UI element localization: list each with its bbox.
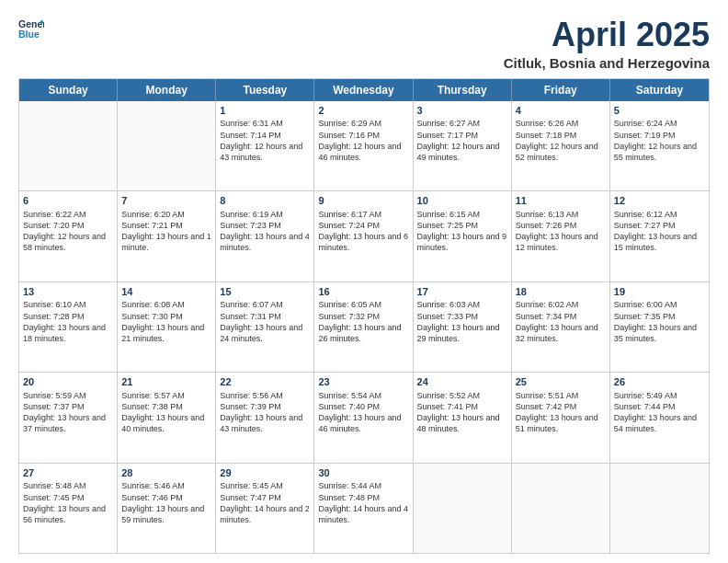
day-number: 28 — [121, 466, 211, 480]
logo-icon: General Blue — [18, 17, 44, 42]
calendar-cell: 25Sunrise: 5:51 AMSunset: 7:42 PMDayligh… — [512, 373, 610, 462]
calendar-cell: 23Sunrise: 5:54 AMSunset: 7:40 PMDayligh… — [314, 373, 413, 462]
sunset: Sunset: 7:34 PM — [516, 311, 606, 322]
calendar-cell: 12Sunrise: 6:12 AMSunset: 7:27 PMDayligh… — [610, 191, 709, 281]
daylight: Daylight: 13 hours and 29 minutes. — [417, 322, 507, 344]
sunrise: Sunrise: 6:03 AM — [417, 299, 507, 310]
daylight: Daylight: 13 hours and 1 minute. — [121, 231, 211, 253]
sunset: Sunset: 7:41 PM — [417, 401, 507, 412]
day-number: 24 — [417, 375, 507, 389]
calendar-cell — [610, 464, 709, 553]
svg-text:Blue: Blue — [18, 29, 40, 40]
day-number: 21 — [121, 375, 211, 389]
sunrise: Sunrise: 5:46 AM — [121, 480, 211, 491]
daylight: Daylight: 13 hours and 6 minutes. — [318, 231, 408, 253]
weekday-header: Thursday — [414, 79, 512, 101]
weekday-header: Tuesday — [216, 79, 314, 101]
day-number: 18 — [516, 285, 606, 299]
calendar-cell: 7Sunrise: 6:20 AMSunset: 7:21 PMDaylight… — [118, 191, 216, 281]
calendar-cell: 1Sunrise: 6:31 AMSunset: 7:14 PMDaylight… — [216, 101, 314, 190]
sunset: Sunset: 7:40 PM — [318, 401, 408, 412]
calendar: SundayMondayTuesdayWednesdayThursdayFrid… — [18, 78, 710, 554]
sunset: Sunset: 7:44 PM — [614, 401, 705, 412]
daylight: Daylight: 12 hours and 43 minutes. — [220, 141, 310, 163]
sunrise: Sunrise: 5:57 AM — [121, 390, 211, 401]
sunset: Sunset: 7:17 PM — [417, 130, 507, 141]
calendar-cell: 29Sunrise: 5:45 AMSunset: 7:47 PMDayligh… — [216, 464, 314, 553]
day-number: 10 — [417, 194, 507, 208]
sunset: Sunset: 7:45 PM — [23, 492, 113, 503]
daylight: Daylight: 13 hours and 32 minutes. — [516, 322, 606, 344]
calendar-cell: 27Sunrise: 5:48 AMSunset: 7:45 PMDayligh… — [19, 464, 118, 553]
daylight: Daylight: 13 hours and 43 minutes. — [220, 412, 310, 434]
calendar-header: SundayMondayTuesdayWednesdayThursdayFrid… — [19, 79, 709, 101]
day-number: 8 — [220, 194, 310, 208]
sunrise: Sunrise: 6:13 AM — [516, 209, 606, 220]
sunrise: Sunrise: 6:19 AM — [220, 209, 310, 220]
daylight: Daylight: 13 hours and 9 minutes. — [417, 231, 507, 253]
daylight: Daylight: 13 hours and 21 minutes. — [121, 322, 211, 344]
calendar-row: 6Sunrise: 6:22 AMSunset: 7:20 PMDaylight… — [19, 191, 709, 282]
sunrise: Sunrise: 6:26 AM — [516, 118, 606, 129]
daylight: Daylight: 13 hours and 56 minutes. — [23, 503, 113, 525]
calendar-cell — [19, 101, 118, 190]
daylight: Daylight: 12 hours and 49 minutes. — [417, 141, 507, 163]
month-title: April 2025 — [504, 17, 710, 53]
sunrise: Sunrise: 5:48 AM — [23, 480, 113, 491]
calendar-cell: 28Sunrise: 5:46 AMSunset: 7:46 PMDayligh… — [118, 464, 216, 553]
day-number: 30 — [318, 466, 408, 480]
calendar-cell: 16Sunrise: 6:05 AMSunset: 7:32 PMDayligh… — [314, 282, 413, 372]
sunrise: Sunrise: 5:56 AM — [220, 390, 310, 401]
daylight: Daylight: 13 hours and 54 minutes. — [614, 412, 705, 434]
daylight: Daylight: 14 hours and 4 minutes. — [318, 503, 408, 525]
daylight: Daylight: 13 hours and 46 minutes. — [318, 412, 408, 434]
day-number: 2 — [318, 104, 408, 118]
daylight: Daylight: 12 hours and 46 minutes. — [318, 141, 408, 163]
title-block: April 2025 Citluk, Bosnia and Herzegovin… — [504, 17, 710, 71]
calendar-cell — [118, 101, 216, 190]
sunset: Sunset: 7:26 PM — [516, 220, 606, 231]
day-number: 25 — [516, 375, 606, 389]
day-number: 20 — [23, 375, 113, 389]
sunrise: Sunrise: 6:05 AM — [318, 299, 408, 310]
weekday-header: Saturday — [610, 79, 709, 101]
sunset: Sunset: 7:48 PM — [318, 492, 408, 503]
sunset: Sunset: 7:21 PM — [121, 220, 211, 231]
weekday-header: Sunday — [19, 79, 118, 101]
calendar-cell: 20Sunrise: 5:59 AMSunset: 7:37 PMDayligh… — [19, 373, 118, 462]
calendar-cell: 6Sunrise: 6:22 AMSunset: 7:20 PMDaylight… — [19, 191, 118, 281]
calendar-cell: 19Sunrise: 6:00 AMSunset: 7:35 PMDayligh… — [610, 282, 709, 372]
calendar-cell: 14Sunrise: 6:08 AMSunset: 7:30 PMDayligh… — [118, 282, 216, 372]
weekday-header: Friday — [512, 79, 610, 101]
daylight: Daylight: 13 hours and 15 minutes. — [614, 231, 705, 253]
sunrise: Sunrise: 5:45 AM — [220, 480, 310, 491]
daylight: Daylight: 13 hours and 4 minutes. — [220, 231, 310, 253]
calendar-row: 13Sunrise: 6:10 AMSunset: 7:28 PMDayligh… — [19, 282, 709, 373]
sunset: Sunset: 7:47 PM — [220, 492, 310, 503]
sunrise: Sunrise: 5:59 AM — [23, 390, 113, 401]
weekday-header: Monday — [118, 79, 216, 101]
daylight: Daylight: 13 hours and 26 minutes. — [318, 322, 408, 344]
logo: General Blue — [18, 17, 44, 42]
weekday-header: Wednesday — [314, 79, 413, 101]
sunrise: Sunrise: 6:20 AM — [121, 209, 211, 220]
calendar-cell: 18Sunrise: 6:02 AMSunset: 7:34 PMDayligh… — [512, 282, 610, 372]
calendar-cell: 11Sunrise: 6:13 AMSunset: 7:26 PMDayligh… — [512, 191, 610, 281]
sunset: Sunset: 7:28 PM — [23, 311, 113, 322]
day-number: 26 — [614, 375, 705, 389]
sunset: Sunset: 7:39 PM — [220, 401, 310, 412]
sunrise: Sunrise: 5:51 AM — [516, 390, 606, 401]
calendar-cell — [512, 464, 610, 553]
location: Citluk, Bosnia and Herzegovina — [504, 55, 710, 71]
day-number: 13 — [23, 285, 113, 299]
sunset: Sunset: 7:16 PM — [318, 130, 408, 141]
sunset: Sunset: 7:38 PM — [121, 401, 211, 412]
sunrise: Sunrise: 6:12 AM — [614, 209, 705, 220]
sunset: Sunset: 7:46 PM — [121, 492, 211, 503]
sunset: Sunset: 7:24 PM — [318, 220, 408, 231]
calendar-row: 20Sunrise: 5:59 AMSunset: 7:37 PMDayligh… — [19, 373, 709, 463]
calendar-cell: 3Sunrise: 6:27 AMSunset: 7:17 PMDaylight… — [414, 101, 512, 190]
daylight: Daylight: 13 hours and 48 minutes. — [417, 412, 507, 434]
day-number: 27 — [23, 466, 113, 480]
day-number: 6 — [23, 194, 113, 208]
